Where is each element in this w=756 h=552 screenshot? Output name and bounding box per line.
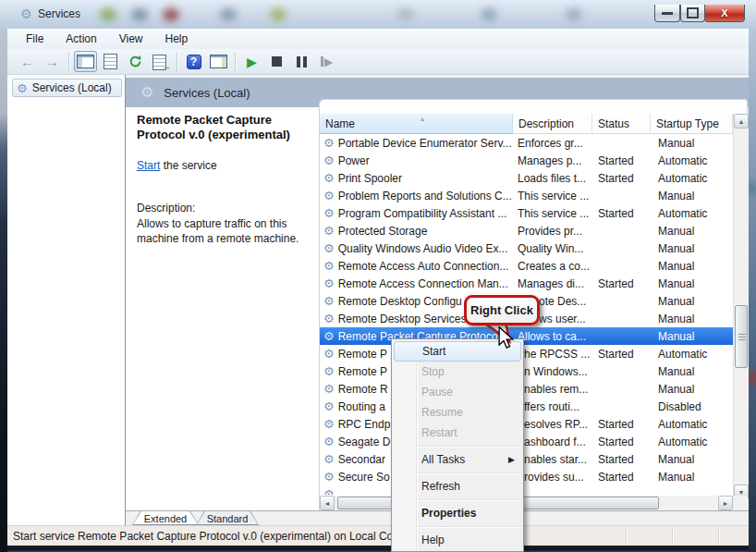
glass-blur-blob [163,8,179,21]
service-startup-type: Manual [651,190,733,202]
horizontal-scrollbar[interactable]: ◄ ► [320,496,733,510]
service-row[interactable]: ⚙Quality Windows Audio Video Ex...Qualit… [320,239,733,257]
show-action-pane-button[interactable] [207,51,230,72]
service-name: Secure So [338,471,390,484]
column-header-status[interactable]: Status [592,114,651,134]
service-row[interactable]: ⚙PowerManages p...StartedAutomatic [320,152,733,169]
service-name-cell: ⚙Protected Storage [320,225,513,238]
context-menu-item-all-tasks[interactable]: All Tasks▶ [392,449,523,470]
scroll-right-button[interactable]: ► [718,496,733,510]
service-row[interactable]: ⚙Problem Reports and Solutions C...This … [320,187,733,204]
service-row[interactable]: ⚙Routing affers routi...Disabled [320,398,733,415]
close-button[interactable]: X [704,5,745,22]
service-row[interactable]: ⚙Secondarnables star...StartedManual [320,450,733,468]
close-icon: X [721,7,727,18]
context-menu-item-pause[interactable]: Pause [392,382,523,402]
service-row[interactable]: ⚙Remote Rnables rem...Manual [320,380,733,398]
service-row[interactable]: ⚙Seagate Dashboard f...StartedAutomatic [320,433,733,450]
tree-item-services-local[interactable]: ⚙ Services (Local) [12,79,122,97]
context-menu-item-stop[interactable]: Stop [392,362,523,382]
service-row[interactable]: ⚙RPC Endpesolves RP...StartedAutomatic [320,415,733,433]
services-gear-icon: ⚙ [140,85,153,100]
service-gear-icon: ⚙ [323,137,335,149]
action-suffix: the service [160,159,216,172]
menu-view[interactable]: View [110,31,152,47]
pause-service-button[interactable] [290,51,313,72]
context-menu-item-restart[interactable]: Restart [392,423,523,443]
menu-file[interactable]: File [17,31,53,47]
context-menu-item-refresh[interactable]: Refresh [392,476,523,497]
toolbar-separator [235,53,236,71]
service-description: Manages di... [513,277,592,290]
context-menu-item-resume[interactable]: Resume [392,402,523,423]
service-row[interactable]: ⚙Remote Packet Capture ProtocolAllows to… [320,327,733,345]
service-name: Protected Storage [338,225,428,238]
status-text: Start service Remote Packet Capture Prot… [13,530,402,543]
restart-service-button[interactable]: ▶ [315,51,338,72]
service-startup-type: Disabled [651,400,733,413]
export-list-icon: → [152,55,169,69]
tab-standard[interactable]: Standard [196,511,259,525]
service-row[interactable]: ⚙Secure Sorovides su...StartedManual [320,468,733,485]
description-label: Description: [137,202,195,215]
service-startup-type: Manual [651,260,733,273]
window-frame-right [749,29,756,552]
service-row[interactable]: ⚙Remote Access Connection Man...Manages … [320,275,733,292]
menu-help[interactable]: Help [156,31,198,47]
menu-separator [418,499,521,500]
menu-action[interactable]: Action [56,31,105,47]
scroll-left-button[interactable]: ◄ [320,496,335,510]
service-gear-icon: ⚙ [323,453,335,465]
service-description: Allows to ca... [513,330,592,343]
service-description: Creates a co... [513,260,592,273]
service-gear-icon: ⚙ [323,260,335,272]
window-frame-left [0,29,7,552]
service-row[interactable]: ⚙Portable Device Enumerator Serv...Enfor… [320,134,733,152]
service-row[interactable]: ⚙Print SpoolerLoads files t...StartedAut… [320,169,733,187]
stop-service-button[interactable] [265,51,288,72]
vertical-scroll-thumb[interactable] [735,305,748,368]
service-name: Portable Device Enumerator Serv... [338,137,512,150]
service-description: Loads files t... [513,172,592,185]
column-header-startup-type[interactable]: Startup Type [651,114,733,134]
minimize-icon [662,12,673,15]
status-bar: Start service Remote Packet Capture Prot… [7,525,749,546]
glass-blur-blob [100,8,116,21]
help-button[interactable]: ? [182,51,205,72]
column-header-description[interactable]: Description [513,114,592,134]
maximize-button[interactable] [680,5,705,22]
properties-button[interactable] [99,51,122,72]
column-header-name[interactable]: Name [320,114,513,134]
tab-standard-label: Standard [207,513,249,524]
export-list-button[interactable]: → [149,51,172,72]
service-row[interactable]: ⚙Remote Pn Windows...Manual [320,362,733,380]
window-frame-bottom [7,546,749,552]
context-menu-item-properties[interactable]: Properties [392,503,523,523]
service-gear-icon: ⚙ [323,418,335,430]
service-row[interactable]: ⚙Remote Access Auto Connection...Creates… [320,257,733,275]
service-gear-icon: ⚙ [323,435,335,448]
service-row[interactable]: ⚙Protected StorageProvides pr...Manual [320,222,733,239]
service-row[interactable]: ⚙ [320,485,733,495]
service-description: rovides su... [513,471,592,484]
glass-blur-blob [749,181,756,196]
back-button[interactable]: ← [16,51,39,72]
show-console-tree-button[interactable] [74,51,97,72]
forward-button[interactable]: → [41,51,64,72]
service-row[interactable]: ⚙Program Compatibility Assistant ...This… [320,204,733,222]
service-description: esolves RP... [513,418,592,431]
service-name-cell: ⚙Power [320,154,513,167]
refresh-button[interactable] [124,51,147,72]
minimize-button[interactable] [654,5,680,22]
start-service-button[interactable]: ▶ [240,51,263,72]
service-row[interactable]: ⚙Remote Phe RPCSS ...StartedAutomatic [320,345,733,362]
start-service-link[interactable]: Start [137,159,160,172]
vertical-scrollbar[interactable]: ▲ ▼ [733,114,748,499]
service-description: This service ... [513,190,592,202]
scroll-up-button[interactable]: ▲ [734,114,749,129]
service-description: This service ... [513,207,592,220]
stop-service-icon [272,56,282,67]
context-menu-item-help[interactable]: Help [392,530,523,550]
tab-extended[interactable]: Extended [132,511,199,525]
service-status: Started [592,453,651,466]
